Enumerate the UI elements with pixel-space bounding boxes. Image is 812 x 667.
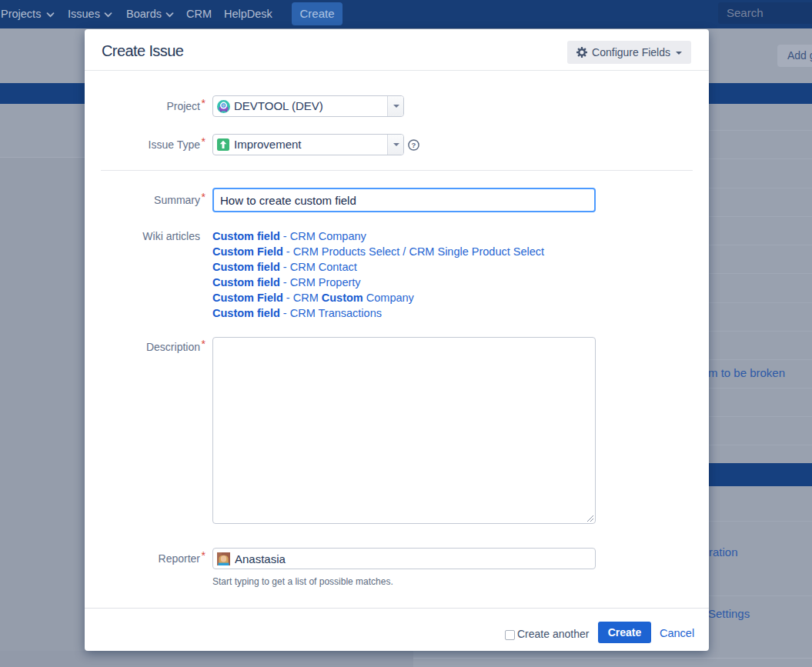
svg-text:?: ?: [412, 141, 416, 149]
